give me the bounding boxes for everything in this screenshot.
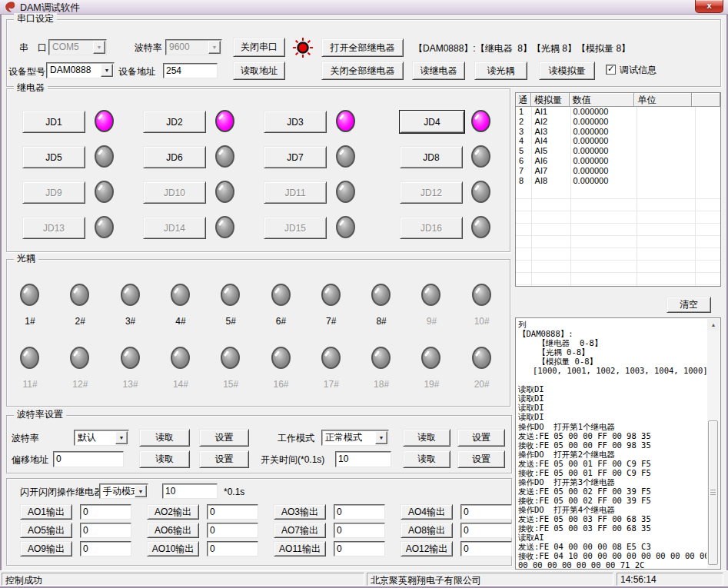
relay-button-jd3[interactable]: JD3 bbox=[264, 111, 327, 133]
baud-set-select[interactable]: 默认 ▼ bbox=[74, 430, 129, 446]
ao-output-button-6[interactable]: AO6输出 bbox=[147, 523, 199, 538]
table-row[interactable]: 7AI70.000000 bbox=[516, 166, 720, 176]
ao-output-input-7[interactable]: 0 bbox=[334, 523, 385, 538]
table-row[interactable]: 8AI80.000000 bbox=[516, 176, 720, 186]
flash-mode-select[interactable]: 手动模式 ▼ bbox=[99, 483, 148, 499]
read-opto-button[interactable]: 读光耦 bbox=[474, 61, 527, 80]
ao-output-input-3[interactable]: 0 bbox=[334, 504, 385, 520]
opto-label-5: 5# bbox=[211, 316, 251, 327]
ao-output-button-3[interactable]: AO3输出 bbox=[274, 504, 326, 520]
ao-output-button-5[interactable]: AO5输出 bbox=[20, 523, 72, 538]
close-button[interactable]: x bbox=[695, 0, 723, 13]
switch-time-set-button[interactable]: 设置 bbox=[457, 450, 505, 468]
ao-output-button-1[interactable]: AO1输出 bbox=[20, 504, 72, 520]
baudrate-label: 波特率 bbox=[135, 42, 162, 54]
offset-input[interactable]: 0 bbox=[53, 451, 124, 467]
ao-output-input-1[interactable]: 0 bbox=[80, 504, 131, 520]
ao-output-input-8[interactable]: 0 bbox=[460, 523, 512, 538]
header-cell[interactable]: 通 bbox=[516, 93, 531, 107]
table-cell bbox=[692, 136, 720, 146]
read-analog-button[interactable]: 读模拟量 bbox=[539, 61, 595, 80]
table-cell: 0.000000 bbox=[570, 166, 634, 176]
relay-button-jd7[interactable]: JD7 bbox=[264, 146, 327, 168]
header-cell[interactable]: 模拟量 bbox=[531, 93, 570, 107]
ao-output-input-2[interactable]: 0 bbox=[207, 504, 258, 520]
relay-button-jd10[interactable]: JD10 bbox=[143, 181, 206, 204]
open-all-relays-button[interactable]: 打开全部继电器 bbox=[321, 38, 404, 57]
table-cell: 4 bbox=[516, 136, 532, 146]
work-mode-set-button[interactable]: 设置 bbox=[457, 429, 505, 447]
model-select[interactable]: DAM0888 ▼ bbox=[46, 62, 115, 78]
table-cell: 7 bbox=[516, 166, 532, 176]
ao-output-button-10[interactable]: AO10输出 bbox=[147, 541, 199, 556]
ao-output-input-9[interactable]: 0 bbox=[80, 541, 131, 556]
table-cell: 3 bbox=[516, 127, 532, 137]
table-row[interactable]: 6AI60.000000 bbox=[516, 156, 720, 166]
ao-output-input-6[interactable]: 0 bbox=[207, 523, 258, 538]
work-mode-read-button[interactable]: 读取 bbox=[403, 429, 450, 447]
relay-button-jd15[interactable]: JD15 bbox=[264, 217, 327, 239]
relay-button-jd5[interactable]: JD5 bbox=[22, 146, 85, 168]
header-cell[interactable]: 单位 bbox=[634, 93, 692, 107]
ao-output-input-4[interactable]: 0 bbox=[460, 504, 512, 520]
debug-checkbox[interactable] bbox=[606, 65, 616, 75]
opto-label-11: 11# bbox=[10, 379, 50, 390]
clear-button[interactable]: 清空 bbox=[667, 297, 711, 313]
read-relay-button[interactable]: 读继电器 bbox=[412, 61, 465, 80]
window: DAM调试软件 x 串口设定 串 口 COM5 ▼ 波特率 9600 ▼ 关闭串… bbox=[0, 0, 728, 588]
ao-output-button-9[interactable]: AO9输出 bbox=[20, 541, 72, 556]
relay-button-jd11[interactable]: JD11 bbox=[264, 181, 327, 204]
relay-button-jd4[interactable]: JD4 bbox=[400, 111, 464, 133]
table-row[interactable]: 2AI20.000000 bbox=[516, 117, 720, 127]
title-bar[interactable]: DAM调试软件 x bbox=[0, 0, 728, 15]
ao-output-input-10[interactable]: 0 bbox=[207, 541, 258, 556]
ao-output-input-11[interactable]: 0 bbox=[334, 541, 385, 556]
ao-output-input-5[interactable]: 0 bbox=[80, 523, 131, 538]
ao-output-button-7[interactable]: AO7输出 bbox=[274, 523, 326, 538]
relay-button-jd1[interactable]: JD1 bbox=[22, 111, 85, 133]
relay-led-jd14 bbox=[215, 216, 234, 238]
ao-output-button-8[interactable]: AO8输出 bbox=[401, 523, 453, 538]
ao-output-button-2[interactable]: AO2输出 bbox=[147, 504, 199, 520]
scroll-thumb[interactable] bbox=[708, 420, 718, 565]
relay-button-jd2[interactable]: JD2 bbox=[143, 111, 206, 133]
work-mode-select[interactable]: 正常模式 ▼ bbox=[321, 430, 389, 446]
relay-button-jd12[interactable]: JD12 bbox=[400, 181, 463, 204]
close-all-relays-button[interactable]: 关闭全部继电器 bbox=[321, 61, 404, 80]
switch-time-read-button[interactable]: 读取 bbox=[403, 450, 450, 468]
log-scrollbar[interactable]: ▲ bbox=[707, 319, 720, 568]
relay-button-jd13[interactable]: JD13 bbox=[22, 217, 85, 239]
scroll-up-arrow[interactable]: ▲ bbox=[707, 319, 720, 331]
flash-time-input[interactable]: 10 bbox=[162, 483, 218, 499]
table-row[interactable]: 3AI30.000000 bbox=[516, 127, 720, 137]
relay-button-jd6[interactable]: JD6 bbox=[143, 146, 206, 168]
opto-label-12: 12# bbox=[60, 379, 100, 390]
table-row[interactable]: 5AI50.000000 bbox=[516, 146, 720, 156]
header-cell[interactable]: 数值 bbox=[570, 93, 635, 107]
table-row[interactable]: 4AI40.000000 bbox=[516, 136, 720, 146]
relay-button-jd16[interactable]: JD16 bbox=[400, 217, 463, 239]
offset-set-button[interactable]: 设置 bbox=[199, 450, 249, 468]
baudrate-select[interactable]: 9600 ▼ bbox=[165, 39, 222, 55]
relay-button-jd14[interactable]: JD14 bbox=[143, 217, 206, 239]
log-panel[interactable]: 列 【DAM0888】: 【继电器 0-8】 【光耦 0-8】 【模拟量 0-8… bbox=[515, 317, 721, 570]
table-cell bbox=[635, 176, 692, 186]
baud-set-button[interactable]: 设置 bbox=[199, 429, 249, 447]
port-select[interactable]: COM5 ▼ bbox=[48, 39, 107, 55]
relay-button-jd9[interactable]: JD9 bbox=[22, 181, 85, 204]
ao-output-button-12[interactable]: AO12输出 bbox=[401, 541, 453, 556]
offset-read-button[interactable]: 读取 bbox=[139, 450, 190, 468]
close-port-button[interactable]: 关闭串口 bbox=[233, 38, 285, 57]
ao-output-button-4[interactable]: AO4输出 bbox=[401, 504, 453, 520]
relay-button-jd8[interactable]: JD8 bbox=[400, 146, 463, 168]
opto-label-14: 14# bbox=[161, 379, 201, 390]
baud-read-button[interactable]: 读取 bbox=[139, 429, 190, 447]
address-input[interactable]: 254 bbox=[163, 63, 218, 78]
switch-time-input[interactable]: 10 bbox=[335, 451, 391, 467]
table-cell bbox=[635, 117, 692, 127]
header-cell[interactable] bbox=[692, 93, 720, 107]
table-row[interactable]: 1AI10.000000 bbox=[516, 107, 720, 117]
ao-output-button-11[interactable]: AO11输出 bbox=[274, 541, 326, 556]
ao-output-input-12[interactable]: 0 bbox=[460, 541, 512, 556]
read-address-button[interactable]: 读取地址 bbox=[233, 61, 285, 80]
